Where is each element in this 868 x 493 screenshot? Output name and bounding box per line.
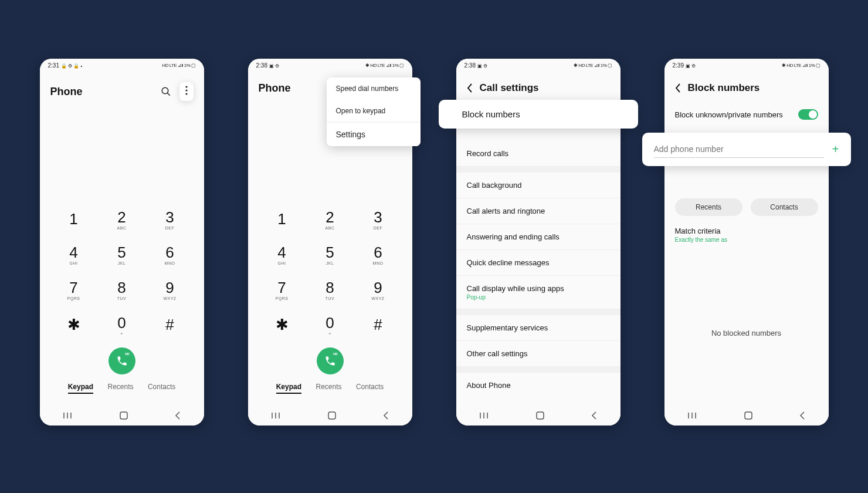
key-3[interactable]: 3DEF bbox=[150, 205, 190, 234]
phone-screen-2: Speed dial numbers Open to keypad Settin… bbox=[248, 59, 412, 426]
key-1[interactable]: 1 bbox=[262, 205, 302, 234]
back-icon[interactable] bbox=[175, 411, 181, 420]
key-1[interactable]: 1 bbox=[54, 205, 94, 234]
svg-line-1 bbox=[167, 93, 170, 96]
page-title: Call settings bbox=[480, 82, 539, 94]
key-4[interactable]: 4GHI bbox=[54, 241, 94, 269]
key-6[interactable]: 6MNO bbox=[150, 241, 190, 269]
match-criteria-row[interactable]: Match criteria Exactly the same as bbox=[664, 223, 829, 246]
app-title: Phone bbox=[50, 86, 83, 98]
hd-badge: HD bbox=[333, 352, 337, 356]
phone-screen-1: 2:31 🔒 ⚙ 🔒 • HD LTE ⊿ll 1% ▢ Phone 1 bbox=[40, 59, 204, 426]
status-bar: 2:39 ▣ ⚙ ✱ HD LTE ⊿ll 1% ▢ bbox=[664, 59, 829, 72]
key-0[interactable]: 0+ bbox=[102, 311, 142, 339]
recents-icon[interactable] bbox=[480, 412, 489, 419]
item-other-settings[interactable]: Other call settings bbox=[456, 341, 621, 367]
app-title: Phone bbox=[259, 82, 291, 94]
key-8[interactable]: 8TUV bbox=[310, 276, 350, 304]
item-call-background[interactable]: Call background bbox=[456, 173, 621, 198]
recents-icon[interactable] bbox=[272, 412, 281, 419]
menu-settings[interactable]: Settings bbox=[327, 122, 421, 146]
system-nav bbox=[40, 406, 204, 426]
menu-open-keypad[interactable]: Open to keypad bbox=[327, 100, 421, 122]
chip-contacts[interactable]: Contacts bbox=[751, 198, 818, 216]
key-5[interactable]: 5JKL bbox=[102, 241, 142, 269]
item-call-display[interactable]: Call display while using apps Pop-up bbox=[456, 276, 621, 309]
system-nav bbox=[456, 406, 621, 426]
phone-screen-3: Block numbers 2:38 ▣ ⚙ ✱ HD LTE ⊿ll 1% ▢… bbox=[456, 59, 621, 426]
page-title: Block numbers bbox=[688, 82, 760, 94]
tab-recents[interactable]: Recents bbox=[316, 383, 341, 394]
keypad: 1 2ABC 3DEF 4GHI 5JKL 6MNO 7PQRS 8TUV 9W… bbox=[54, 205, 190, 339]
key-9[interactable]: 9WXYZ bbox=[358, 276, 398, 304]
svg-rect-20 bbox=[745, 412, 752, 419]
status-bar: 2:38 ▣ ⚙ ✱ HD LTE ⊿ll 1% ▢ bbox=[248, 59, 412, 72]
back-icon[interactable] bbox=[591, 411, 597, 420]
menu-speed-dial[interactable]: Speed dial numbers bbox=[327, 77, 421, 100]
key-3[interactable]: 3DEF bbox=[358, 205, 398, 234]
overflow-menu: Speed dial numbers Open to keypad Settin… bbox=[327, 77, 421, 146]
phone-screen-4: + 2:39 ▣ ⚙ ✱ HD LTE ⊿ll 1% ▢ Block numbe… bbox=[664, 59, 829, 426]
toggle-switch[interactable] bbox=[798, 109, 818, 120]
key-4[interactable]: 4GHI bbox=[262, 241, 302, 269]
key-hash[interactable]: # bbox=[150, 311, 190, 339]
key-0[interactable]: 0+ bbox=[310, 311, 350, 339]
item-answering[interactable]: Answering and ending calls bbox=[456, 224, 621, 250]
more-menu-button[interactable] bbox=[179, 82, 194, 101]
key-6[interactable]: 6MNO bbox=[358, 241, 398, 269]
key-7[interactable]: 7PQRS bbox=[54, 276, 94, 304]
key-star[interactable]: ✱ bbox=[54, 311, 94, 339]
system-nav bbox=[664, 406, 829, 426]
item-supplementary[interactable]: Supplementary services bbox=[456, 315, 621, 341]
add-number-card: + bbox=[642, 133, 851, 166]
key-hash[interactable]: # bbox=[358, 311, 398, 339]
empty-message: No blocked numbers bbox=[664, 329, 829, 337]
svg-point-4 bbox=[185, 93, 187, 94]
recents-icon[interactable] bbox=[688, 412, 697, 419]
key-7[interactable]: 7PQRS bbox=[262, 276, 302, 304]
key-star[interactable]: ✱ bbox=[262, 311, 302, 339]
tab-recents[interactable]: Recents bbox=[107, 383, 133, 394]
back-icon[interactable] bbox=[799, 411, 805, 420]
call-button[interactable]: HD bbox=[108, 347, 135, 374]
recents-icon[interactable] bbox=[63, 412, 73, 419]
svg-point-2 bbox=[185, 86, 187, 87]
status-bar: 2:38 ▣ ⚙ ✱ HD LTE ⊿ll 1% ▢ bbox=[456, 59, 621, 72]
svg-rect-12 bbox=[328, 412, 335, 419]
back-icon[interactable] bbox=[675, 83, 681, 93]
home-icon[interactable] bbox=[744, 411, 752, 420]
search-icon[interactable] bbox=[161, 86, 171, 97]
key-2[interactable]: 2ABC bbox=[310, 205, 350, 234]
add-number-input[interactable] bbox=[654, 141, 824, 158]
item-quick-decline[interactable]: Quick decline messages bbox=[456, 250, 621, 276]
plus-icon[interactable]: + bbox=[832, 143, 839, 156]
tab-keypad[interactable]: Keypad bbox=[68, 383, 93, 394]
svg-rect-16 bbox=[537, 412, 544, 419]
item-about-phone[interactable]: About Phone bbox=[456, 373, 621, 398]
key-8[interactable]: 8TUV bbox=[102, 276, 142, 304]
key-9[interactable]: 9WXYZ bbox=[150, 276, 190, 304]
system-nav bbox=[248, 406, 412, 426]
highlight-block-numbers[interactable]: Block numbers bbox=[439, 100, 638, 129]
toggle-label: Block unknown/private numbers bbox=[675, 110, 783, 119]
hd-badge: HD bbox=[125, 352, 129, 356]
svg-point-0 bbox=[162, 87, 168, 94]
key-2[interactable]: 2ABC bbox=[102, 205, 142, 234]
tab-contacts[interactable]: Contacts bbox=[148, 383, 175, 394]
keypad: 1 2ABC 3DEF 4GHI 5JKL 6MNO 7PQRS 8TUV 9W… bbox=[262, 205, 398, 339]
item-call-alerts[interactable]: Call alerts and ringtone bbox=[456, 198, 621, 224]
home-icon[interactable] bbox=[120, 411, 128, 420]
back-icon[interactable] bbox=[467, 83, 473, 93]
back-icon[interactable] bbox=[383, 411, 389, 420]
svg-rect-8 bbox=[120, 412, 127, 419]
home-icon[interactable] bbox=[328, 411, 336, 420]
home-icon[interactable] bbox=[536, 411, 544, 420]
tab-contacts[interactable]: Contacts bbox=[356, 383, 384, 394]
block-unknown-toggle-row[interactable]: Block unknown/private numbers bbox=[664, 101, 829, 128]
status-bar: 2:31 🔒 ⚙ 🔒 • HD LTE ⊿ll 1% ▢ bbox=[40, 59, 204, 72]
tab-keypad[interactable]: Keypad bbox=[276, 383, 301, 394]
item-record-calls[interactable]: Record calls bbox=[456, 141, 621, 167]
chip-recents[interactable]: Recents bbox=[675, 198, 742, 216]
key-5[interactable]: 5JKL bbox=[310, 241, 350, 269]
call-button[interactable]: HD bbox=[317, 347, 344, 374]
